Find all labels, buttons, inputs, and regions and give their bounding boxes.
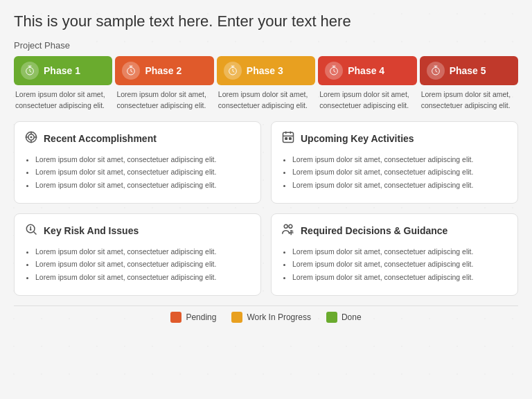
phase-col-1: Phase 1Lorem ipsum dolor sit amet, conse… bbox=[14, 56, 112, 112]
legend-dot-dot-yellow bbox=[231, 312, 242, 323]
timer-icon bbox=[224, 62, 242, 80]
project-phase-label: Project Phase bbox=[14, 40, 518, 51]
phase-col-5: Phase 5Lorem ipsum dolor sit amet, conse… bbox=[420, 56, 518, 112]
legend-dot-dot-green bbox=[326, 312, 337, 323]
list-item: Lorem ipsum dolor sit amet, consectetuer… bbox=[35, 272, 251, 283]
svg-rect-17 bbox=[290, 137, 292, 139]
phase-button-5[interactable]: Phase 5 bbox=[420, 56, 518, 85]
svg-point-7 bbox=[30, 136, 32, 138]
list-item: Lorem ipsum dolor sit amet, consectetuer… bbox=[35, 180, 251, 190]
main-title: This is your sample text here. Enter you… bbox=[14, 12, 518, 30]
phase-label-5: Phase 5 bbox=[450, 65, 486, 76]
list-item: Lorem ipsum dolor sit amet, consectetuer… bbox=[292, 247, 508, 257]
phase-desc-1: Lorem ipsum dolor sit amet, consectetuer… bbox=[14, 89, 112, 112]
section-list-upcoming-key-activities: Lorem ipsum dolor sit amet, consectetuer… bbox=[281, 154, 508, 190]
phase-desc-3: Lorem ipsum dolor sit amet, consectetuer… bbox=[217, 89, 315, 112]
list-item: Lorem ipsum dolor sit amet, consectetuer… bbox=[292, 272, 508, 283]
phase-button-4[interactable]: Phase 4 bbox=[318, 56, 416, 85]
section-heading-upcoming-key-activities: Upcoming Key Activities bbox=[301, 133, 414, 144]
phase-label-4: Phase 4 bbox=[348, 65, 384, 76]
phase-desc-4: Lorem ipsum dolor sit amet, consectetuer… bbox=[318, 89, 416, 112]
phase-desc-2: Lorem ipsum dolor sit amet, consectetuer… bbox=[115, 89, 213, 112]
list-item: Lorem ipsum dolor sit amet, consectetuer… bbox=[292, 259, 508, 269]
section-title-upcoming-key-activities: Upcoming Key Activities bbox=[281, 130, 508, 148]
list-item: Lorem ipsum dolor sit amet, consectetuer… bbox=[292, 154, 508, 165]
section-title-recent-accomplishment: Recent Accomplishment bbox=[24, 130, 251, 148]
list-item: Lorem ipsum dolor sit amet, consectetuer… bbox=[292, 180, 508, 190]
svg-rect-12 bbox=[283, 132, 294, 142]
svg-rect-16 bbox=[285, 137, 287, 139]
phase-col-2: Phase 2Lorem ipsum dolor sit amet, conse… bbox=[115, 56, 213, 112]
section-heading-required-decisions: Required Decisions & Guidance bbox=[301, 225, 447, 236]
legend: PendingWork In ProgressDone bbox=[14, 305, 518, 323]
phase-col-3: Phase 3Lorem ipsum dolor sit amet, conse… bbox=[217, 56, 315, 112]
phase-desc-5: Lorem ipsum dolor sit amet, consectetuer… bbox=[420, 89, 518, 112]
section-box-upcoming-key-activities: Upcoming Key ActivitiesLorem ipsum dolor… bbox=[271, 121, 518, 204]
list-item: Lorem ipsum dolor sit amet, consectetuer… bbox=[292, 167, 508, 177]
svg-point-23 bbox=[289, 224, 292, 228]
phase-button-2[interactable]: Phase 2 bbox=[115, 56, 213, 85]
svg-line-19 bbox=[34, 231, 37, 234]
section-box-key-risk-issues: Key Risk And IssuesLorem ipsum dolor sit… bbox=[14, 213, 261, 296]
phase-button-3[interactable]: Phase 3 bbox=[217, 56, 315, 85]
phase-button-1[interactable]: Phase 1 bbox=[14, 56, 112, 85]
people-icon bbox=[281, 222, 295, 240]
svg-point-22 bbox=[284, 224, 287, 228]
sections-row-bottom: Key Risk And IssuesLorem ipsum dolor sit… bbox=[14, 213, 518, 296]
list-item: Lorem ipsum dolor sit amet, consectetuer… bbox=[35, 154, 251, 165]
legend-dot-dot-red bbox=[170, 312, 181, 323]
list-item: Lorem ipsum dolor sit amet, consectetuer… bbox=[35, 167, 251, 177]
timer-icon bbox=[427, 62, 445, 80]
legend-item-pending: Pending bbox=[170, 312, 216, 323]
phase-label-3: Phase 3 bbox=[247, 65, 283, 76]
section-heading-recent-accomplishment: Recent Accomplishment bbox=[44, 133, 157, 144]
section-heading-key-risk-issues: Key Risk And Issues bbox=[44, 225, 139, 236]
search-icon bbox=[24, 222, 38, 240]
section-list-recent-accomplishment: Lorem ipsum dolor sit amet, consectetuer… bbox=[24, 154, 251, 190]
section-box-required-decisions: Required Decisions & GuidanceLorem ipsum… bbox=[271, 213, 518, 296]
legend-label: Pending bbox=[186, 312, 216, 322]
legend-label: Done bbox=[342, 312, 362, 322]
section-title-required-decisions: Required Decisions & Guidance bbox=[281, 222, 508, 240]
phase-label-1: Phase 1 bbox=[44, 65, 80, 76]
phase-col-4: Phase 4Lorem ipsum dolor sit amet, conse… bbox=[318, 56, 416, 112]
section-list-required-decisions: Lorem ipsum dolor sit amet, consectetuer… bbox=[281, 247, 508, 283]
calendar-icon bbox=[281, 130, 295, 148]
timer-icon bbox=[325, 62, 343, 80]
legend-item-done: Done bbox=[326, 312, 362, 323]
section-list-key-risk-issues: Lorem ipsum dolor sit amet, consectetuer… bbox=[24, 247, 251, 283]
legend-item-work-in-progress: Work In Progress bbox=[231, 312, 310, 323]
legend-label: Work In Progress bbox=[247, 312, 310, 322]
phase-label-2: Phase 2 bbox=[145, 65, 181, 76]
target-icon bbox=[24, 130, 38, 148]
list-item: Lorem ipsum dolor sit amet, consectetuer… bbox=[35, 247, 251, 257]
section-box-recent-accomplishment: Recent AccomplishmentLorem ipsum dolor s… bbox=[14, 121, 261, 204]
list-item: Lorem ipsum dolor sit amet, consectetuer… bbox=[35, 259, 251, 269]
phases-container: Phase 1Lorem ipsum dolor sit amet, conse… bbox=[14, 56, 518, 112]
section-title-key-risk-issues: Key Risk And Issues bbox=[24, 222, 251, 240]
timer-icon bbox=[122, 62, 140, 80]
timer-icon bbox=[21, 62, 39, 80]
sections-row-top: Recent AccomplishmentLorem ipsum dolor s… bbox=[14, 121, 518, 204]
svg-point-21 bbox=[30, 229, 31, 229]
